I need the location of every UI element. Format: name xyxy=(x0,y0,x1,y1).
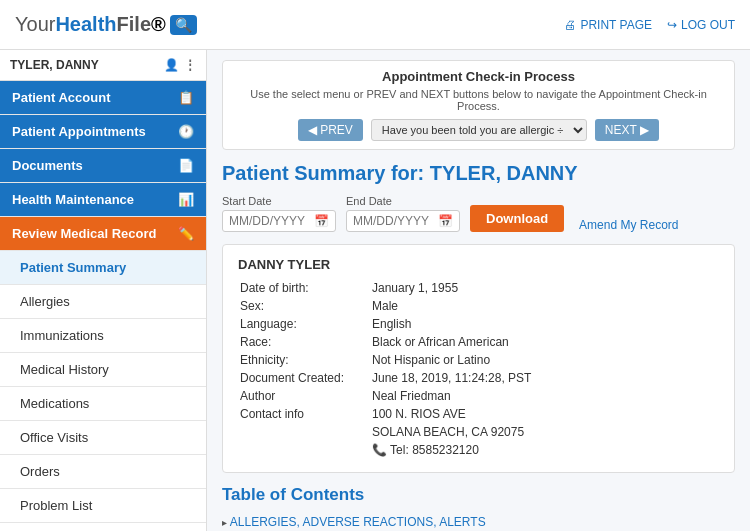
patient-name: DANNY TYLER xyxy=(238,257,719,272)
allergies-label: Allergies xyxy=(20,294,70,309)
print-label: PRINT PAGE xyxy=(580,18,652,32)
office-visits-label: Office Visits xyxy=(20,430,88,445)
end-date-input-wrap: 📅 xyxy=(346,210,460,232)
medical-history-label: Medical History xyxy=(20,362,109,377)
field-value: Neal Friedman xyxy=(372,388,717,404)
logo-search-icon: 🔍 xyxy=(170,15,197,35)
health-maintenance-icon: 📊 xyxy=(178,192,194,207)
documents-icon: 📄 xyxy=(178,158,194,173)
page-title: Patient Summary for: TYLER, DANNY xyxy=(222,162,735,185)
table-row: Author Neal Friedman xyxy=(240,388,717,404)
problem-list-label: Problem List xyxy=(20,498,92,513)
appointment-banner: Appointment Check-in Process Use the sel… xyxy=(222,60,735,150)
field-label xyxy=(240,442,370,458)
download-button[interactable]: Download xyxy=(470,205,564,232)
sidebar-item-medical-history[interactable]: Medical History xyxy=(0,353,206,387)
toc-list: ALLERGIES, ADVERSE REACTIONS, ALERTS MED… xyxy=(222,513,735,531)
patient-appointments-icon: 🕐 xyxy=(178,124,194,139)
date-row: Start Date 📅 End Date 📅 Download Amend M… xyxy=(222,195,735,232)
appt-desc: Use the select menu or PREV and NEXT but… xyxy=(238,88,719,112)
table-row: SOLANA BEACH, CA 92075 xyxy=(240,424,717,440)
field-value: Male xyxy=(372,298,717,314)
logout-label: LOG OUT xyxy=(681,18,735,32)
orders-label: Orders xyxy=(20,464,60,479)
sidebar-item-patient-summary[interactable]: Patient Summary xyxy=(0,251,206,285)
field-value: June 18, 2019, 11:24:28, PST xyxy=(372,370,717,386)
review-medical-record-icon: ✏️ xyxy=(178,226,194,241)
field-label: Language: xyxy=(240,316,370,332)
documents-label: Documents xyxy=(12,158,83,173)
header: YourHealthFile® 🔍 🖨 PRINT PAGE ↪ LOG OUT xyxy=(0,0,750,50)
field-value: English xyxy=(372,316,717,332)
sidebar-user: TYLER, DANNY 👤 ⋮ xyxy=(0,50,206,81)
medications-label: Medications xyxy=(20,396,89,411)
prev-arrow-icon: ◀ xyxy=(308,123,317,137)
end-date-group: End Date 📅 xyxy=(346,195,460,232)
table-row: Document Created: June 18, 2019, 11:24:2… xyxy=(240,370,717,386)
sidebar-item-documents[interactable]: Documents 📄 xyxy=(0,149,206,183)
calendar-icon[interactable]: 📅 xyxy=(314,214,329,228)
sidebar: TYLER, DANNY 👤 ⋮ Patient Account 📋 Patie… xyxy=(0,50,207,531)
table-row: Sex: Male xyxy=(240,298,717,314)
sidebar-item-problem-list[interactable]: Problem List xyxy=(0,489,206,523)
table-row: 📞 Tel: 8585232120 xyxy=(240,442,717,458)
start-date-input[interactable] xyxy=(229,214,309,228)
patient-account-label: Patient Account xyxy=(12,90,110,105)
next-button[interactable]: NEXT ▶ xyxy=(595,119,659,141)
content-area: Appointment Check-in Process Use the sel… xyxy=(207,50,750,531)
sidebar-item-allergies[interactable]: Allergies xyxy=(0,285,206,319)
end-date-label: End Date xyxy=(346,195,460,207)
sidebar-item-patient-appointments[interactable]: Patient Appointments 🕐 xyxy=(0,115,206,149)
patient-info-table: Date of birth: January 1, 1955 Sex: Male… xyxy=(238,278,719,460)
print-page-link[interactable]: 🖨 PRINT PAGE xyxy=(564,18,652,32)
sidebar-item-orders[interactable]: Orders xyxy=(0,455,206,489)
logo: YourHealthFile® 🔍 xyxy=(15,13,197,36)
start-date-group: Start Date 📅 xyxy=(222,195,336,232)
appt-select[interactable]: Have you been told you are allergic ÷ xyxy=(371,119,587,141)
field-label: Contact info xyxy=(240,406,370,422)
field-label: Race: xyxy=(240,334,370,350)
review-medical-record-label: Review Medical Record xyxy=(12,226,157,241)
field-value: Not Hispanic or Latino xyxy=(372,352,717,368)
start-date-label: Start Date xyxy=(222,195,336,207)
amend-link[interactable]: Amend My Record xyxy=(579,218,678,232)
logo-your: Your xyxy=(15,13,55,36)
list-item: ALLERGIES, ADVERSE REACTIONS, ALERTS xyxy=(222,513,735,531)
print-icon: 🖨 xyxy=(564,18,576,32)
appt-nav: ◀ PREV Have you been told you are allerg… xyxy=(238,119,719,141)
prev-button[interactable]: ◀ PREV xyxy=(298,119,363,141)
header-actions: 🖨 PRINT PAGE ↪ LOG OUT xyxy=(564,18,735,32)
field-value: January 1, 1955 xyxy=(372,280,717,296)
sidebar-user-icons: 👤 ⋮ xyxy=(164,58,196,72)
sidebar-item-office-visits[interactable]: Office Visits xyxy=(0,421,206,455)
main-layout: TYLER, DANNY 👤 ⋮ Patient Account 📋 Patie… xyxy=(0,50,750,531)
field-label: Author xyxy=(240,388,370,404)
table-row: Race: Black or African American xyxy=(240,334,717,350)
patient-info-box: DANNY TYLER Date of birth: January 1, 19… xyxy=(222,244,735,473)
logout-link[interactable]: ↪ LOG OUT xyxy=(667,18,735,32)
sidebar-item-health-maintenance[interactable]: Health Maintenance 📊 xyxy=(0,183,206,217)
end-date-input[interactable] xyxy=(353,214,433,228)
next-arrow-icon: ▶ xyxy=(640,123,649,137)
sidebar-item-review-medical-record[interactable]: Review Medical Record ✏️ xyxy=(0,217,206,251)
field-label: Sex: xyxy=(240,298,370,314)
user-icon: 👤 xyxy=(164,58,179,72)
field-label: Ethnicity: xyxy=(240,352,370,368)
table-row: Date of birth: January 1, 1955 xyxy=(240,280,717,296)
field-label xyxy=(240,424,370,440)
patient-account-icon: 📋 xyxy=(178,90,194,105)
settings-icon: ⋮ xyxy=(184,58,196,72)
field-label: Document Created: xyxy=(240,370,370,386)
sidebar-item-social-history[interactable]: Social History xyxy=(0,523,206,531)
field-value: 100 N. RIOS AVE xyxy=(372,406,717,422)
logo-health: Health xyxy=(55,13,116,36)
sidebar-item-medications[interactable]: Medications xyxy=(0,387,206,421)
appt-title: Appointment Check-in Process xyxy=(238,69,719,84)
calendar-end-icon[interactable]: 📅 xyxy=(438,214,453,228)
logout-icon: ↪ xyxy=(667,18,677,32)
field-value: 📞 Tel: 8585232120 xyxy=(372,442,717,458)
health-maintenance-label: Health Maintenance xyxy=(12,192,134,207)
patient-summary-label: Patient Summary xyxy=(20,260,126,275)
sidebar-item-immunizations[interactable]: Immunizations xyxy=(0,319,206,353)
sidebar-item-patient-account[interactable]: Patient Account 📋 xyxy=(0,81,206,115)
